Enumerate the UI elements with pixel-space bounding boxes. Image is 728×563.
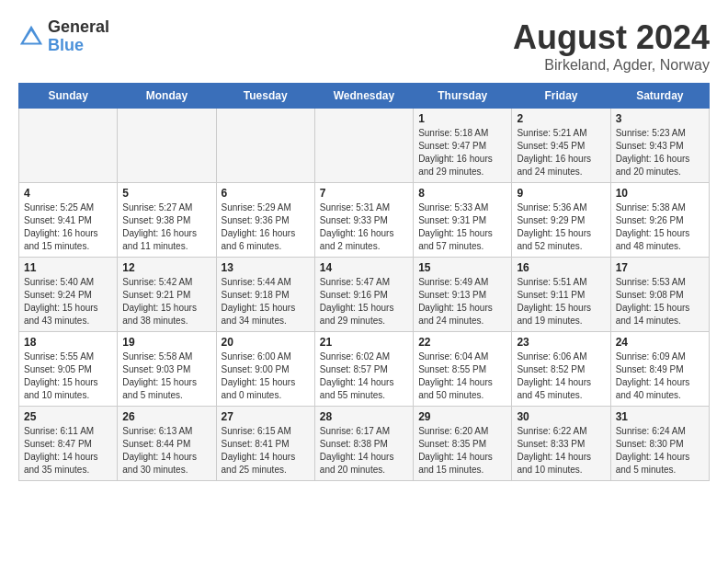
- day-number: 2: [517, 112, 605, 125]
- calendar-cell: 20Sunrise: 6:00 AMSunset: 9:00 PMDayligh…: [216, 332, 314, 407]
- day-info: Sunrise: 5:36 AMSunset: 9:29 PMDaylight:…: [517, 201, 605, 253]
- calendar-cell: 8Sunrise: 5:33 AMSunset: 9:31 PMDaylight…: [414, 183, 512, 258]
- calendar-title: August 2024: [513, 18, 710, 57]
- day-number: 1: [418, 112, 506, 125]
- day-info: Sunrise: 6:06 AMSunset: 8:52 PMDaylight:…: [517, 350, 605, 402]
- day-number: 20: [222, 336, 310, 349]
- day-info: Sunrise: 5:53 AMSunset: 9:08 PMDaylight:…: [616, 276, 704, 327]
- logo: General Blue: [18, 18, 109, 55]
- header-day-monday: Monday: [118, 84, 216, 109]
- day-info: Sunrise: 5:55 AMSunset: 9:05 PMDaylight:…: [24, 350, 112, 402]
- day-number: 22: [418, 336, 506, 349]
- day-number: 17: [616, 261, 704, 274]
- calendar-subtitle: Birkeland, Agder, Norway: [513, 57, 710, 74]
- calendar-header: SundayMondayTuesdayWednesdayThursdayFrid…: [19, 84, 710, 109]
- day-info: Sunrise: 6:13 AMSunset: 8:44 PMDaylight:…: [122, 425, 210, 477]
- day-info: Sunrise: 6:02 AMSunset: 8:57 PMDaylight:…: [320, 350, 408, 402]
- day-number: 9: [517, 187, 605, 200]
- day-number: 26: [122, 410, 210, 423]
- calendar-cell: 29Sunrise: 6:20 AMSunset: 8:35 PMDayligh…: [414, 407, 512, 481]
- calendar-cell: 27Sunrise: 6:15 AMSunset: 8:41 PMDayligh…: [216, 407, 314, 481]
- day-number: 11: [24, 261, 112, 274]
- day-number: 12: [122, 261, 210, 274]
- day-number: 14: [320, 261, 408, 274]
- header-day-wednesday: Wednesday: [314, 84, 413, 109]
- calendar-cell: 11Sunrise: 5:40 AMSunset: 9:24 PMDayligh…: [19, 258, 118, 332]
- calendar-cell: 1Sunrise: 5:18 AMSunset: 9:47 PMDaylight…: [414, 109, 512, 183]
- calendar-cell: 12Sunrise: 5:42 AMSunset: 9:21 PMDayligh…: [118, 258, 216, 332]
- day-info: Sunrise: 6:20 AMSunset: 8:35 PMDaylight:…: [418, 425, 506, 477]
- day-number: 31: [616, 410, 704, 423]
- calendar-cell: 16Sunrise: 5:51 AMSunset: 9:11 PMDayligh…: [512, 258, 610, 332]
- day-info: Sunrise: 5:18 AMSunset: 9:47 PMDaylight:…: [418, 127, 506, 178]
- day-info: Sunrise: 5:21 AMSunset: 9:45 PMDaylight:…: [517, 127, 605, 178]
- calendar-cell: [19, 109, 118, 183]
- day-number: 19: [122, 336, 210, 349]
- day-number: 7: [320, 187, 408, 200]
- calendar-cell: 13Sunrise: 5:44 AMSunset: 9:18 PMDayligh…: [216, 258, 314, 332]
- day-info: Sunrise: 5:38 AMSunset: 9:26 PMDaylight:…: [616, 201, 704, 253]
- logo-line2: Blue: [48, 37, 109, 55]
- day-number: 6: [222, 187, 310, 200]
- calendar-body: 1Sunrise: 5:18 AMSunset: 9:47 PMDaylight…: [19, 109, 710, 481]
- calendar-cell: [118, 109, 216, 183]
- week-row-2: 4Sunrise: 5:25 AMSunset: 9:41 PMDaylight…: [19, 183, 710, 258]
- calendar-cell: 5Sunrise: 5:27 AMSunset: 9:38 PMDaylight…: [118, 183, 216, 258]
- day-number: 27: [222, 410, 310, 423]
- logo-text: General Blue: [48, 18, 109, 55]
- day-info: Sunrise: 5:27 AMSunset: 9:38 PMDaylight:…: [122, 201, 210, 253]
- day-number: 8: [418, 187, 506, 200]
- day-number: 24: [616, 336, 704, 349]
- day-number: 15: [418, 261, 506, 274]
- calendar-cell: 25Sunrise: 6:11 AMSunset: 8:47 PMDayligh…: [19, 407, 118, 481]
- calendar-cell: 7Sunrise: 5:31 AMSunset: 9:33 PMDaylight…: [314, 183, 413, 258]
- calendar-cell: 15Sunrise: 5:49 AMSunset: 9:13 PMDayligh…: [414, 258, 512, 332]
- header-day-thursday: Thursday: [414, 84, 512, 109]
- header-day-friday: Friday: [512, 84, 610, 109]
- calendar-cell: 3Sunrise: 5:23 AMSunset: 9:43 PMDaylight…: [610, 109, 709, 183]
- header-day-sunday: Sunday: [19, 84, 118, 109]
- day-info: Sunrise: 5:47 AMSunset: 9:16 PMDaylight:…: [320, 276, 408, 327]
- calendar-cell: 18Sunrise: 5:55 AMSunset: 9:05 PMDayligh…: [19, 332, 118, 407]
- days-of-week-row: SundayMondayTuesdayWednesdayThursdayFrid…: [19, 84, 710, 109]
- title-block: August 2024 Birkeland, Agder, Norway: [513, 18, 710, 74]
- logo-line1: General: [48, 18, 109, 37]
- day-number: 29: [418, 410, 506, 423]
- day-info: Sunrise: 6:17 AMSunset: 8:38 PMDaylight:…: [320, 425, 408, 477]
- calendar-cell: 9Sunrise: 5:36 AMSunset: 9:29 PMDaylight…: [512, 183, 610, 258]
- day-number: 16: [517, 261, 605, 274]
- day-info: Sunrise: 5:44 AMSunset: 9:18 PMDaylight:…: [222, 276, 310, 327]
- calendar-cell: [314, 109, 413, 183]
- calendar-cell: 4Sunrise: 5:25 AMSunset: 9:41 PMDaylight…: [19, 183, 118, 258]
- day-number: 3: [616, 112, 704, 125]
- week-row-5: 25Sunrise: 6:11 AMSunset: 8:47 PMDayligh…: [19, 407, 710, 481]
- calendar-cell: 31Sunrise: 6:24 AMSunset: 8:30 PMDayligh…: [610, 407, 709, 481]
- day-number: 30: [517, 410, 605, 423]
- day-number: 5: [122, 187, 210, 200]
- day-number: 25: [24, 410, 112, 423]
- calendar-table: SundayMondayTuesdayWednesdayThursdayFrid…: [18, 83, 710, 481]
- calendar-cell: 19Sunrise: 5:58 AMSunset: 9:03 PMDayligh…: [118, 332, 216, 407]
- week-row-3: 11Sunrise: 5:40 AMSunset: 9:24 PMDayligh…: [19, 258, 710, 332]
- day-number: 13: [222, 261, 310, 274]
- day-info: Sunrise: 5:42 AMSunset: 9:21 PMDaylight:…: [122, 276, 210, 327]
- header-day-saturday: Saturday: [610, 84, 709, 109]
- day-info: Sunrise: 6:09 AMSunset: 8:49 PMDaylight:…: [616, 350, 704, 402]
- day-info: Sunrise: 5:51 AMSunset: 9:11 PMDaylight:…: [517, 276, 605, 327]
- day-info: Sunrise: 5:31 AMSunset: 9:33 PMDaylight:…: [320, 201, 408, 253]
- day-info: Sunrise: 5:29 AMSunset: 9:36 PMDaylight:…: [222, 201, 310, 253]
- day-number: 23: [517, 336, 605, 349]
- day-number: 18: [24, 336, 112, 349]
- calendar-cell: 23Sunrise: 6:06 AMSunset: 8:52 PMDayligh…: [512, 332, 610, 407]
- calendar-cell: 2Sunrise: 5:21 AMSunset: 9:45 PMDaylight…: [512, 109, 610, 183]
- calendar-cell: 24Sunrise: 6:09 AMSunset: 8:49 PMDayligh…: [610, 332, 709, 407]
- day-number: 4: [24, 187, 112, 200]
- calendar-cell: 6Sunrise: 5:29 AMSunset: 9:36 PMDaylight…: [216, 183, 314, 258]
- calendar-cell: 26Sunrise: 6:13 AMSunset: 8:44 PMDayligh…: [118, 407, 216, 481]
- calendar-cell: [216, 109, 314, 183]
- day-info: Sunrise: 5:23 AMSunset: 9:43 PMDaylight:…: [616, 127, 704, 178]
- logo-icon: [18, 24, 44, 50]
- day-number: 10: [616, 187, 704, 200]
- day-info: Sunrise: 5:49 AMSunset: 9:13 PMDaylight:…: [418, 276, 506, 327]
- header-day-tuesday: Tuesday: [216, 84, 314, 109]
